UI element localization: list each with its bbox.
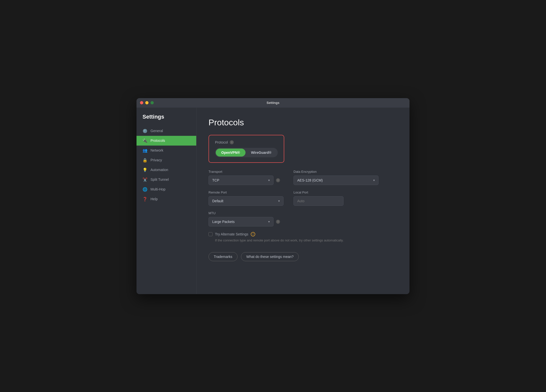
network-icon: 👥 — [142, 148, 148, 153]
transport-input-row: TCP ▾ i — [208, 176, 284, 185]
main-content: Protocols Protocol i OpenVPN® WireGuard®… — [196, 108, 410, 294]
sidebar-item-label-protocols: Protocols — [150, 139, 165, 143]
sidebar-item-network[interactable]: 👥 Network — [136, 146, 196, 155]
sidebar-item-label-help: Help — [150, 197, 158, 201]
openvpn-option[interactable]: OpenVPN® — [216, 149, 246, 157]
mtu-chevron-icon: ▾ — [268, 220, 270, 223]
remote-port-select[interactable]: Default ▾ — [208, 196, 284, 206]
alternate-settings-section: Try Alternate Settings ! If the connecti… — [208, 232, 398, 242]
sidebar-item-label-split-tunnel: Split Tunnel — [150, 178, 169, 182]
remote-port-chevron-icon: ▾ — [278, 199, 280, 203]
sidebar-item-protocols[interactable]: 🔌 Protocols — [136, 136, 196, 146]
multi-hop-icon: 🌐 — [142, 187, 148, 192]
sidebar-item-general[interactable]: ⚙️ General — [136, 126, 196, 136]
mtu-group: MTU Large Packets ▾ i — [208, 211, 284, 226]
mtu-select[interactable]: Large Packets ▾ — [208, 217, 274, 226]
mtu-input-row: Large Packets ▾ i — [208, 217, 284, 226]
what-settings-button[interactable]: What do these settings mean? — [241, 252, 299, 261]
alternate-settings-label: Try Alternate Settings — [215, 232, 248, 236]
data-encryption-select[interactable]: AES-128 (GCM) ▾ — [294, 176, 378, 185]
mtu-row: MTU Large Packets ▾ i — [208, 211, 398, 226]
automation-icon: 💡 — [142, 168, 148, 172]
transport-select[interactable]: TCP ▾ — [208, 176, 274, 185]
general-icon: ⚙️ — [142, 129, 148, 133]
split-tunnel-icon: ✂️ — [142, 177, 148, 182]
sidebar-item-multi-hop[interactable]: 🌐 Multi-Hop — [136, 185, 196, 194]
sidebar-heading: Settings — [136, 114, 196, 126]
data-encryption-value: AES-128 (GCM) — [297, 178, 323, 182]
sidebar-item-split-tunnel[interactable]: ✂️ Split Tunnel — [136, 175, 196, 185]
bottom-buttons: Trademarks What do these settings mean? — [208, 252, 398, 261]
transport-group: Transport TCP ▾ i — [208, 170, 284, 185]
data-encryption-chevron-icon: ▾ — [373, 179, 375, 182]
protocol-label: Protocol — [215, 140, 228, 144]
sidebar-item-label-automation: Automation — [150, 168, 168, 172]
protocol-label-row: Protocol i — [215, 140, 278, 144]
protocol-card: Protocol i OpenVPN® WireGuard® — [208, 135, 284, 163]
alternate-settings-row: Try Alternate Settings ! — [208, 232, 398, 236]
transport-value: TCP — [212, 178, 219, 182]
wireguard-option[interactable]: WireGuard® — [246, 149, 277, 157]
remote-port-label: Remote Port — [208, 191, 284, 194]
traffic-lights — [140, 101, 154, 104]
remote-port-value: Default — [212, 199, 223, 203]
protocols-icon: 🔌 — [142, 138, 148, 143]
local-port-placeholder: Auto — [297, 199, 304, 203]
remote-port-group: Remote Port Default ▾ — [208, 191, 284, 206]
local-port-label: Local Port — [294, 191, 344, 194]
minimize-button[interactable] — [145, 101, 148, 104]
protocol-toggle: OpenVPN® WireGuard® — [215, 148, 278, 157]
sidebar-item-label-privacy: Privacy — [150, 158, 162, 162]
maximize-button[interactable] — [150, 101, 154, 104]
trademarks-button[interactable]: Trademarks — [208, 252, 238, 261]
app-window: Settings Settings ⚙️ General 🔌 Protocols… — [136, 98, 410, 294]
mtu-info-icon[interactable]: i — [276, 220, 280, 224]
transport-encryption-row: Transport TCP ▾ i Data Encryption AES-12… — [208, 170, 398, 185]
sidebar-item-label-general: General — [150, 129, 163, 133]
transport-chevron-icon: ▾ — [268, 179, 270, 182]
sidebar-item-label-network: Network — [150, 148, 163, 152]
help-icon: ❓ — [142, 197, 148, 201]
window-title: Settings — [266, 101, 279, 105]
transport-label: Transport — [208, 170, 284, 174]
alternate-settings-warning-icon: ! — [251, 232, 255, 236]
mtu-label: MTU — [208, 211, 284, 215]
sidebar-item-privacy[interactable]: 🔒 Privacy — [136, 155, 196, 165]
data-encryption-group: Data Encryption AES-128 (GCM) ▾ — [294, 170, 378, 185]
protocol-info-icon[interactable]: i — [230, 140, 234, 144]
sidebar: Settings ⚙️ General 🔌 Protocols 👥 Networ… — [136, 108, 196, 294]
close-button[interactable] — [140, 101, 143, 104]
data-encryption-label: Data Encryption — [294, 170, 378, 174]
mtu-value: Large Packets — [212, 220, 235, 224]
alternate-settings-checkbox[interactable] — [208, 232, 212, 236]
port-row: Remote Port Default ▾ Local Port Auto — [208, 191, 398, 206]
privacy-icon: 🔒 — [142, 158, 148, 163]
sidebar-item-label-multi-hop: Multi-Hop — [150, 187, 166, 191]
sidebar-item-automation[interactable]: 💡 Automation — [136, 165, 196, 175]
content-area: Settings ⚙️ General 🔌 Protocols 👥 Networ… — [136, 108, 410, 294]
local-port-group: Local Port Auto — [294, 191, 344, 206]
transport-info-icon[interactable]: i — [276, 178, 280, 182]
sidebar-item-help[interactable]: ❓ Help — [136, 194, 196, 204]
page-title: Protocols — [208, 118, 398, 127]
alternate-settings-description: If the connection type and remote port a… — [208, 238, 398, 242]
local-port-field[interactable]: Auto — [294, 196, 344, 206]
titlebar: Settings — [136, 98, 410, 108]
